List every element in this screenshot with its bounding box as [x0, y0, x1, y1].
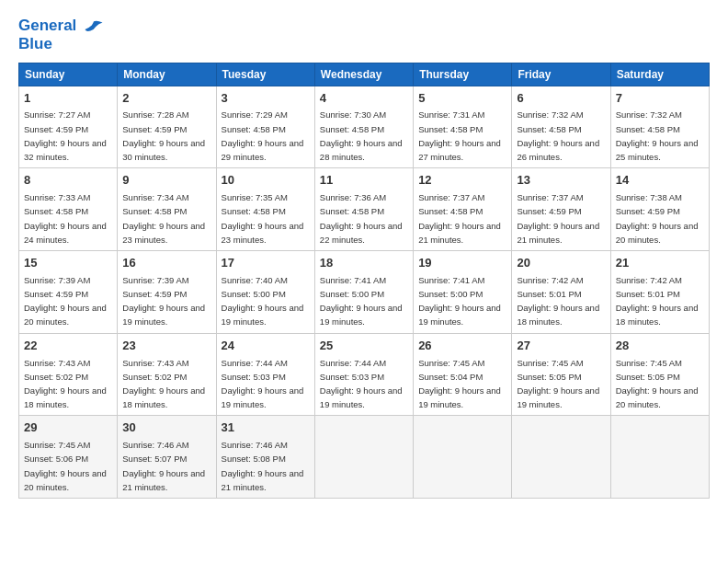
- day-number: 12: [418, 172, 506, 190]
- sunset-info: Sunset: 4:59 PM: [616, 206, 680, 216]
- daylight-info: Daylight: 9 hours and 32 minutes.: [24, 138, 107, 162]
- sunrise-info: Sunrise: 7:40 AM: [222, 275, 288, 285]
- calendar-day-cell: 3 Sunrise: 7:29 AM Sunset: 4:58 PM Dayli…: [216, 86, 314, 168]
- day-number: 1: [24, 90, 112, 108]
- calendar-day-cell: 16 Sunrise: 7:39 AM Sunset: 4:59 PM Dayl…: [118, 250, 216, 333]
- daylight-info: Daylight: 9 hours and 27 minutes.: [418, 138, 501, 162]
- day-number: 9: [122, 172, 210, 190]
- day-number: 28: [616, 338, 704, 355]
- daylight-info: Daylight: 9 hours and 18 minutes.: [122, 385, 205, 409]
- day-number: 14: [616, 172, 704, 190]
- sunset-info: Sunset: 4:59 PM: [24, 124, 88, 134]
- header-row: Sunday Monday Tuesday Wednesday Thursday…: [19, 63, 710, 86]
- logo: General Blue: [18, 17, 104, 53]
- col-tuesday: Tuesday: [216, 63, 314, 86]
- calendar-day-cell: 18 Sunrise: 7:41 AM Sunset: 5:00 PM Dayl…: [314, 250, 413, 333]
- day-number: 6: [517, 90, 605, 108]
- calendar-day-cell: 26 Sunrise: 7:45 AM Sunset: 5:04 PM Dayl…: [414, 333, 512, 416]
- calendar-day-cell: 15 Sunrise: 7:39 AM Sunset: 4:59 PM Dayl…: [19, 250, 118, 333]
- calendar-day-cell: 21 Sunrise: 7:42 AM Sunset: 5:01 PM Dayl…: [610, 250, 709, 333]
- daylight-info: Daylight: 9 hours and 20 minutes.: [24, 303, 107, 327]
- calendar-day-cell: 23 Sunrise: 7:43 AM Sunset: 5:02 PM Dayl…: [118, 333, 216, 416]
- calendar-day-cell: 24 Sunrise: 7:44 AM Sunset: 5:03 PM Dayl…: [216, 333, 314, 416]
- calendar-day-cell: 31 Sunrise: 7:46 AM Sunset: 5:08 PM Dayl…: [216, 416, 314, 499]
- daylight-info: Daylight: 9 hours and 19 minutes.: [320, 385, 403, 409]
- col-saturday: Saturday: [610, 63, 709, 86]
- logo-general: General: [18, 17, 76, 34]
- day-number: 7: [616, 90, 704, 108]
- sunrise-info: Sunrise: 7:37 AM: [418, 192, 484, 202]
- sunrise-info: Sunrise: 7:27 AM: [24, 109, 90, 120]
- daylight-info: Daylight: 9 hours and 21 minutes.: [222, 468, 304, 492]
- calendar-week-row: 22 Sunrise: 7:43 AM Sunset: 5:02 PM Dayl…: [19, 333, 710, 416]
- day-number: 3: [222, 90, 310, 108]
- col-friday: Friday: [512, 63, 610, 86]
- calendar-day-cell: 29 Sunrise: 7:45 AM Sunset: 5:06 PM Dayl…: [19, 416, 118, 499]
- calendar-day-cell: 2 Sunrise: 7:28 AM Sunset: 4:59 PM Dayli…: [118, 86, 216, 168]
- col-sunday: Sunday: [19, 63, 118, 86]
- day-number: 25: [320, 338, 408, 355]
- sunset-info: Sunset: 4:58 PM: [320, 206, 384, 216]
- calendar-day-cell: 17 Sunrise: 7:40 AM Sunset: 5:00 PM Dayl…: [216, 250, 314, 333]
- sunrise-info: Sunrise: 7:28 AM: [122, 109, 188, 120]
- calendar-day-cell: 14 Sunrise: 7:38 AM Sunset: 4:59 PM Dayl…: [610, 168, 709, 251]
- calendar-day-cell: 25 Sunrise: 7:44 AM Sunset: 5:03 PM Dayl…: [314, 333, 413, 416]
- sunset-info: Sunset: 4:59 PM: [122, 124, 187, 134]
- calendar-day-cell: 20 Sunrise: 7:42 AM Sunset: 5:01 PM Dayl…: [512, 250, 610, 333]
- calendar-day-cell: 13 Sunrise: 7:37 AM Sunset: 4:59 PM Dayl…: [512, 168, 610, 251]
- day-number: 21: [616, 255, 704, 272]
- sunset-info: Sunset: 5:06 PM: [24, 454, 88, 464]
- sunrise-info: Sunrise: 7:42 AM: [517, 275, 583, 285]
- day-number: 23: [122, 338, 210, 355]
- day-number: 5: [418, 90, 506, 108]
- calendar-day-cell: 9 Sunrise: 7:34 AM Sunset: 4:58 PM Dayli…: [118, 168, 216, 251]
- calendar-header: Sunday Monday Tuesday Wednesday Thursday…: [19, 63, 710, 86]
- sunrise-info: Sunrise: 7:38 AM: [616, 192, 682, 202]
- day-number: 10: [222, 172, 310, 190]
- sunrise-info: Sunrise: 7:45 AM: [517, 358, 583, 368]
- calendar-week-row: 1 Sunrise: 7:27 AM Sunset: 4:59 PM Dayli…: [19, 86, 710, 168]
- calendar-body: 1 Sunrise: 7:27 AM Sunset: 4:59 PM Dayli…: [19, 86, 710, 499]
- sunrise-info: Sunrise: 7:30 AM: [320, 109, 386, 120]
- day-number: 4: [320, 90, 408, 108]
- daylight-info: Daylight: 9 hours and 19 minutes.: [320, 303, 403, 327]
- day-number: 31: [222, 419, 310, 437]
- daylight-info: Daylight: 9 hours and 21 minutes.: [122, 468, 205, 492]
- calendar-day-cell: [610, 416, 709, 499]
- calendar-day-cell: 8 Sunrise: 7:33 AM Sunset: 4:58 PM Dayli…: [19, 168, 118, 251]
- sunrise-info: Sunrise: 7:33 AM: [24, 192, 90, 202]
- day-number: 16: [122, 255, 210, 272]
- sunrise-info: Sunrise: 7:39 AM: [24, 275, 90, 285]
- calendar-week-row: 15 Sunrise: 7:39 AM Sunset: 4:59 PM Dayl…: [19, 250, 710, 333]
- sunset-info: Sunset: 5:05 PM: [517, 372, 581, 382]
- sunrise-info: Sunrise: 7:29 AM: [222, 109, 288, 120]
- daylight-info: Daylight: 9 hours and 26 minutes.: [517, 138, 599, 162]
- calendar-day-cell: 11 Sunrise: 7:36 AM Sunset: 4:58 PM Dayl…: [314, 168, 413, 251]
- calendar-day-cell: 1 Sunrise: 7:27 AM Sunset: 4:59 PM Dayli…: [19, 86, 118, 168]
- daylight-info: Daylight: 9 hours and 18 minutes.: [517, 303, 599, 327]
- logo-blue: Blue: [18, 35, 104, 53]
- sunset-info: Sunset: 5:07 PM: [122, 454, 187, 464]
- col-thursday: Thursday: [414, 63, 512, 86]
- col-wednesday: Wednesday: [314, 63, 413, 86]
- sunrise-info: Sunrise: 7:37 AM: [517, 192, 583, 202]
- daylight-info: Daylight: 9 hours and 18 minutes.: [616, 303, 699, 327]
- calendar-week-row: 29 Sunrise: 7:45 AM Sunset: 5:06 PM Dayl…: [19, 416, 710, 499]
- day-number: 15: [24, 255, 112, 272]
- sunset-info: Sunset: 4:58 PM: [418, 206, 483, 216]
- sunrise-info: Sunrise: 7:46 AM: [222, 440, 288, 450]
- logo-bird-icon: [84, 19, 104, 34]
- daylight-info: Daylight: 9 hours and 19 minutes.: [418, 303, 501, 327]
- day-number: 30: [122, 419, 210, 437]
- sunrise-info: Sunrise: 7:46 AM: [122, 440, 188, 450]
- sunset-info: Sunset: 5:00 PM: [222, 289, 286, 299]
- calendar-day-cell: 22 Sunrise: 7:43 AM Sunset: 5:02 PM Dayl…: [19, 333, 118, 416]
- daylight-info: Daylight: 9 hours and 19 minutes.: [122, 303, 205, 327]
- sunrise-info: Sunrise: 7:32 AM: [517, 109, 583, 120]
- col-monday: Monday: [118, 63, 216, 86]
- calendar-day-cell: [314, 416, 413, 499]
- daylight-info: Daylight: 9 hours and 20 minutes.: [616, 385, 699, 409]
- sunset-info: Sunset: 4:59 PM: [517, 206, 581, 216]
- sunset-info: Sunset: 4:58 PM: [222, 124, 286, 134]
- sunset-info: Sunset: 5:02 PM: [24, 372, 88, 382]
